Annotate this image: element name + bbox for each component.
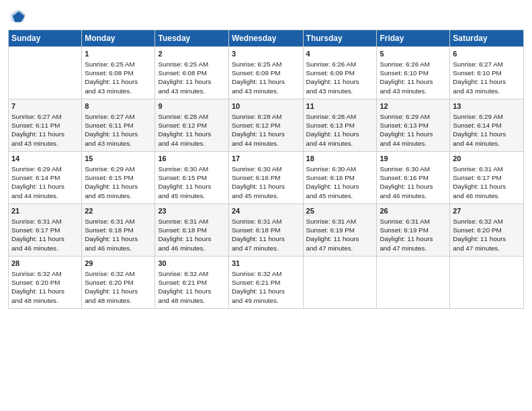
- cell-info-line: Sunrise: 6:30 AM: [232, 165, 300, 173]
- day-number: 24: [232, 206, 300, 216]
- cell-info-line: and 47 minutes.: [453, 244, 521, 253]
- cell-info-line: Sunset: 6:08 PM: [85, 68, 152, 77]
- calendar-week-row: 21Sunrise: 6:31 AMSunset: 6:17 PMDayligh…: [9, 204, 524, 257]
- cell-info-line: Sunrise: 6:27 AM: [453, 60, 521, 68]
- day-number: 5: [380, 49, 447, 59]
- calendar-week-row: 14Sunrise: 6:29 AMSunset: 6:14 PMDayligh…: [9, 152, 524, 204]
- day-number: 8: [85, 101, 152, 111]
- cell-info-line: Sunset: 6:16 PM: [232, 173, 300, 182]
- day-number: 23: [158, 206, 225, 216]
- calendar-cell: 13Sunrise: 6:29 AMSunset: 6:14 PMDayligh…: [450, 99, 524, 152]
- cell-info-line: Sunset: 6:11 PM: [11, 121, 79, 130]
- cell-info-line: Daylight: 11 hours: [453, 182, 521, 191]
- main-container: SundayMondayTuesdayWednesdayThursdayFrid…: [0, 0, 532, 316]
- calendar-cell: 8Sunrise: 6:27 AMSunset: 6:11 PMDaylight…: [82, 99, 155, 152]
- header: [8, 7, 524, 26]
- day-number: 22: [85, 206, 152, 216]
- calendar-cell: 29Sunrise: 6:32 AMSunset: 6:20 PMDayligh…: [82, 257, 155, 309]
- header-cell-sunday: Sunday: [9, 30, 82, 47]
- cell-info-line: Daylight: 11 hours: [380, 77, 447, 86]
- cell-info-line: Daylight: 11 hours: [306, 77, 374, 86]
- calendar-cell: 31Sunrise: 6:32 AMSunset: 6:21 PMDayligh…: [228, 257, 303, 309]
- cell-info-line: Sunrise: 6:25 AM: [85, 60, 152, 68]
- cell-info-line: and 43 minutes.: [453, 87, 521, 95]
- cell-info-line: Daylight: 11 hours: [380, 130, 447, 138]
- cell-info-line: Daylight: 11 hours: [158, 130, 225, 138]
- cell-info-line: and 43 minutes.: [85, 87, 152, 95]
- calendar-cell: 9Sunrise: 6:28 AMSunset: 6:12 PMDaylight…: [155, 99, 228, 152]
- cell-info-line: and 47 minutes.: [380, 244, 447, 253]
- cell-info-line: Sunrise: 6:26 AM: [380, 60, 447, 68]
- cell-info-line: Sunrise: 6:31 AM: [11, 217, 79, 226]
- calendar-cell: 18Sunrise: 6:30 AMSunset: 6:16 PMDayligh…: [303, 152, 377, 204]
- calendar-cell: 3Sunrise: 6:25 AMSunset: 6:09 PMDaylight…: [228, 47, 303, 99]
- day-number: 17: [232, 154, 300, 164]
- header-cell-monday: Monday: [82, 30, 155, 47]
- cell-info-line: and 49 minutes.: [232, 296, 300, 305]
- calendar-week-row: 1Sunrise: 6:25 AMSunset: 6:08 PMDaylight…: [9, 47, 524, 99]
- cell-info-line: Daylight: 11 hours: [453, 234, 521, 243]
- cell-info-line: Sunset: 6:18 PM: [232, 226, 300, 234]
- cell-info-line: Sunrise: 6:27 AM: [85, 112, 152, 121]
- header-cell-friday: Friday: [377, 30, 450, 47]
- header-cell-thursday: Thursday: [303, 30, 377, 47]
- cell-info-line: Sunset: 6:20 PM: [85, 278, 152, 287]
- cell-info-line: Sunset: 6:18 PM: [85, 226, 152, 234]
- cell-info-line: and 46 minutes.: [85, 244, 152, 253]
- cell-info-line: Sunset: 6:10 PM: [453, 68, 521, 77]
- calendar-cell: 26Sunrise: 6:31 AMSunset: 6:19 PMDayligh…: [377, 204, 450, 257]
- cell-info-line: Sunrise: 6:31 AM: [232, 217, 300, 226]
- day-number: 18: [306, 154, 374, 164]
- cell-info-line: Daylight: 11 hours: [306, 130, 374, 138]
- calendar-cell: 27Sunrise: 6:32 AMSunset: 6:20 PMDayligh…: [450, 204, 524, 257]
- day-number: 25: [306, 206, 374, 216]
- cell-info-line: Sunrise: 6:26 AM: [306, 60, 374, 68]
- day-number: 26: [380, 206, 447, 216]
- logo: [8, 7, 30, 26]
- cell-info-line: Daylight: 11 hours: [232, 182, 300, 191]
- cell-info-line: and 46 minutes.: [158, 244, 225, 253]
- calendar-cell: 14Sunrise: 6:29 AMSunset: 6:14 PMDayligh…: [9, 152, 82, 204]
- calendar-cell: 1Sunrise: 6:25 AMSunset: 6:08 PMDaylight…: [82, 47, 155, 99]
- cell-info-line: Daylight: 11 hours: [11, 130, 79, 138]
- cell-info-line: Sunset: 6:10 PM: [380, 68, 447, 77]
- cell-info-line: and 48 minutes.: [11, 296, 79, 305]
- cell-info-line: Sunrise: 6:31 AM: [306, 217, 374, 226]
- cell-info-line: Sunset: 6:17 PM: [453, 173, 521, 182]
- cell-info-line: Sunset: 6:17 PM: [11, 226, 79, 234]
- calendar-cell: 10Sunrise: 6:28 AMSunset: 6:12 PMDayligh…: [228, 99, 303, 152]
- calendar-week-row: 28Sunrise: 6:32 AMSunset: 6:20 PMDayligh…: [9, 257, 524, 309]
- cell-info-line: Sunset: 6:21 PM: [158, 278, 225, 287]
- cell-info-line: and 44 minutes.: [306, 139, 374, 148]
- header-cell-saturday: Saturday: [450, 30, 524, 47]
- cell-info-line: and 46 minutes.: [380, 191, 447, 200]
- cell-info-line: Daylight: 11 hours: [11, 182, 79, 191]
- cell-info-line: Sunrise: 6:27 AM: [11, 112, 79, 121]
- calendar-cell: 24Sunrise: 6:31 AMSunset: 6:18 PMDayligh…: [228, 204, 303, 257]
- day-number: 31: [232, 259, 300, 269]
- day-number: 6: [453, 49, 521, 59]
- cell-info-line: Sunrise: 6:32 AM: [232, 269, 300, 278]
- cell-info-line: Sunset: 6:20 PM: [11, 278, 79, 287]
- calendar-cell: [303, 257, 377, 309]
- day-number: 11: [306, 101, 374, 111]
- calendar-cell: 7Sunrise: 6:27 AMSunset: 6:11 PMDaylight…: [9, 99, 82, 152]
- day-number: 12: [380, 101, 447, 111]
- cell-info-line: Daylight: 11 hours: [85, 234, 152, 243]
- cell-info-line: Sunset: 6:15 PM: [158, 173, 225, 182]
- cell-info-line: Sunrise: 6:30 AM: [380, 165, 447, 173]
- day-number: 29: [85, 259, 152, 269]
- cell-info-line: Daylight: 11 hours: [232, 130, 300, 138]
- day-number: 30: [158, 259, 225, 269]
- cell-info-line: Sunset: 6:14 PM: [11, 173, 79, 182]
- calendar-cell: 17Sunrise: 6:30 AMSunset: 6:16 PMDayligh…: [228, 152, 303, 204]
- calendar-cell: 5Sunrise: 6:26 AMSunset: 6:10 PMDaylight…: [377, 47, 450, 99]
- cell-info-line: and 48 minutes.: [85, 296, 152, 305]
- cell-info-line: and 45 minutes.: [232, 191, 300, 200]
- cell-info-line: Sunset: 6:16 PM: [380, 173, 447, 182]
- cell-info-line: and 43 minutes.: [380, 87, 447, 95]
- calendar-header-row: SundayMondayTuesdayWednesdayThursdayFrid…: [9, 30, 524, 47]
- cell-info-line: Daylight: 11 hours: [11, 234, 79, 243]
- calendar-cell: 12Sunrise: 6:29 AMSunset: 6:13 PMDayligh…: [377, 99, 450, 152]
- day-number: 16: [158, 154, 225, 164]
